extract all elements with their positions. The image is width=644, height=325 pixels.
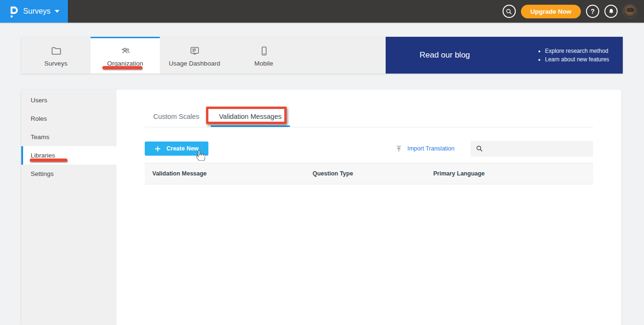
- topbar-actions: Upgrade Now ?: [503, 0, 637, 23]
- validation-table-header: Validation Message Question Type Primary…: [145, 163, 593, 184]
- nav-tab-organization[interactable]: Organization: [91, 37, 160, 74]
- sidebar-item-teams[interactable]: Teams: [21, 128, 116, 146]
- toolbar-right: Import Translation: [395, 141, 593, 157]
- questionpro-logo-icon: [8, 4, 19, 18]
- nav-tab-label: Mobile: [255, 60, 273, 67]
- nav-tab-mobile[interactable]: Mobile: [229, 37, 298, 74]
- blog-promo-panel[interactable]: Read our blog Explore research method Le…: [386, 37, 623, 74]
- import-translation-label: Import Translation: [407, 145, 454, 152]
- column-header-primary-language: Primary Language: [433, 170, 586, 177]
- product-label: Surveys: [23, 7, 50, 16]
- sidebar-item-libraries[interactable]: Libraries: [21, 146, 116, 165]
- help-button[interactable]: ?: [586, 5, 599, 18]
- search-button[interactable]: [503, 5, 516, 18]
- table-search-box[interactable]: [471, 141, 593, 157]
- tab-label: Validation Messages: [219, 113, 282, 120]
- tab-label: Custom Scales: [153, 113, 199, 120]
- sidebar-item-label: Settings: [31, 170, 54, 177]
- people-add-icon: [120, 45, 131, 57]
- plus-icon: [155, 146, 161, 152]
- nav-tab-label: Usage Dashboard: [169, 60, 220, 67]
- blog-bullet: Learn about new features: [545, 56, 609, 63]
- nav-tab-surveys[interactable]: Surveys: [21, 37, 91, 74]
- libraries-content: Custom Scales Validation Messages Create…: [116, 90, 621, 325]
- organization-sidebar: Users Roles Teams Libraries Settings: [21, 90, 116, 325]
- blog-bullet: Explore research method: [545, 48, 609, 54]
- sidebar-item-label: Teams: [31, 133, 50, 141]
- upgrade-now-button[interactable]: Upgrade Now: [521, 5, 581, 18]
- tab-validation-messages[interactable]: Validation Messages: [211, 107, 290, 127]
- sidebar-item-settings[interactable]: Settings: [21, 165, 116, 183]
- top-navigation-card: Surveys Organization: [21, 37, 623, 74]
- main-content-card: Users Roles Teams Libraries Settings Cus…: [21, 90, 621, 325]
- user-avatar[interactable]: [623, 4, 637, 18]
- search-icon: [505, 8, 512, 15]
- chevron-down-icon: [55, 10, 59, 13]
- sidebar-item-roles[interactable]: Roles: [21, 109, 116, 128]
- folder-icon: [50, 45, 62, 57]
- mobile-icon: [258, 45, 270, 57]
- blog-panel-title: Read our blog: [420, 50, 470, 60]
- nav-tab-usage-dashboard[interactable]: Usage Dashboard: [160, 37, 229, 74]
- product-switcher[interactable]: Surveys: [0, 0, 68, 23]
- create-new-button[interactable]: Create New: [145, 142, 208, 156]
- create-new-label: Create New: [166, 145, 198, 152]
- tab-custom-scales[interactable]: Custom Scales: [145, 107, 208, 127]
- dashboard-icon: [189, 45, 200, 57]
- question-mark-icon: ?: [591, 8, 595, 15]
- blog-panel-bullets: Explore research method Learn about new …: [537, 46, 609, 65]
- column-header-question-type: Question Type: [313, 170, 433, 177]
- column-header-validation-message: Validation Message: [152, 170, 313, 177]
- search-input[interactable]: [487, 145, 593, 153]
- sidebar-item-users[interactable]: Users: [21, 91, 116, 109]
- nav-tab-label: Organization: [107, 60, 143, 67]
- sidebar-item-label: Libraries: [31, 152, 55, 159]
- nav-tab-label: Surveys: [44, 60, 67, 67]
- import-translation-link[interactable]: Import Translation: [395, 145, 454, 153]
- toolbar: Create New Import Translation: [145, 141, 593, 157]
- upload-icon: [395, 145, 403, 153]
- libraries-tabs: Custom Scales Validation Messages: [145, 107, 593, 127]
- bell-icon: [608, 8, 615, 15]
- topbar: Surveys Upgrade Now ?: [0, 0, 644, 23]
- sidebar-item-label: Roles: [31, 115, 47, 122]
- search-icon: [476, 145, 483, 152]
- sidebar-item-label: Users: [31, 97, 47, 104]
- notifications-button[interactable]: [604, 5, 618, 18]
